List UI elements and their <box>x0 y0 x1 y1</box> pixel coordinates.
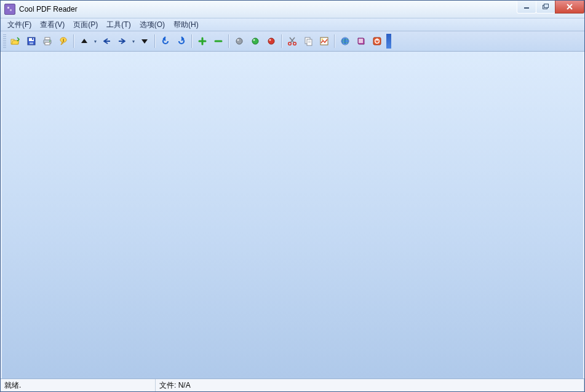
minimize-button[interactable] <box>517 1 536 14</box>
menubar: 文件(F) 查看(V) 页面(P) 工具(T) 选项(O) 帮助(H) <box>1 18 584 31</box>
close-button[interactable] <box>555 1 584 14</box>
save-button[interactable] <box>24 34 39 49</box>
svg-point-23 <box>269 39 271 41</box>
globe-icon <box>340 36 350 46</box>
svg-rect-2 <box>10 9 12 11</box>
menu-options[interactable]: 选项(O) <box>135 18 169 31</box>
cut-button[interactable] <box>285 34 300 49</box>
window-controls <box>517 1 584 14</box>
red-dot-button[interactable] <box>264 34 279 49</box>
separator <box>154 34 156 48</box>
svg-rect-14 <box>45 42 50 45</box>
svg-point-22 <box>268 38 274 44</box>
status-file-label: 文件: <box>159 380 176 391</box>
svg-point-25 <box>293 42 296 45</box>
maximize-button[interactable] <box>536 1 555 14</box>
next-page-button[interactable] <box>115 34 130 49</box>
menu-file[interactable]: 文件(F) <box>3 18 36 31</box>
undo-rotate-left-icon <box>161 36 170 46</box>
app-window: Cool PDF Reader 文件(F) 查看(V) 页面(P) 工具(T) … <box>0 0 585 392</box>
redo-rotate-right-icon <box>177 36 186 46</box>
power-icon <box>372 36 382 46</box>
svg-rect-12 <box>45 37 50 40</box>
rotate-right-button[interactable] <box>174 34 189 49</box>
printer-icon <box>42 36 52 46</box>
status-ready: 就绪. <box>1 379 156 391</box>
gray-dot-button[interactable] <box>232 34 247 49</box>
gray-circle-icon <box>235 37 244 45</box>
status-file-value: N/A <box>178 381 191 390</box>
prev-page-button[interactable] <box>99 34 114 49</box>
floppy-save-icon <box>26 36 36 46</box>
book-icon <box>356 36 366 46</box>
web-button[interactable] <box>338 34 352 49</box>
first-page-dropdown[interactable]: ▾ <box>92 39 98 44</box>
open-button[interactable] <box>8 34 23 49</box>
status-file: 文件: N/A <box>156 379 584 391</box>
separator <box>73 34 74 48</box>
minimize-icon <box>523 4 530 10</box>
picture-chart-icon <box>319 36 329 46</box>
svg-rect-5 <box>544 4 548 8</box>
rotate-left-button[interactable] <box>158 34 173 49</box>
svg-point-15 <box>49 41 50 42</box>
minus-icon <box>213 36 223 46</box>
menu-view[interactable]: 查看(V) <box>36 18 69 31</box>
image-button[interactable] <box>317 34 332 49</box>
separator <box>281 34 282 48</box>
menu-help[interactable]: 帮助(H) <box>169 18 203 31</box>
svg-rect-1 <box>7 7 9 9</box>
green-dot-button[interactable] <box>248 34 263 49</box>
scissors-icon <box>287 36 297 46</box>
arrow-down-last-icon <box>140 37 149 45</box>
svg-point-24 <box>289 42 292 45</box>
info-button[interactable]: i <box>56 34 71 49</box>
separator <box>334 34 335 48</box>
toolbar-end-grip[interactable] <box>386 34 391 49</box>
svg-text:i: i <box>63 37 64 43</box>
document-area <box>1 52 584 378</box>
svg-point-19 <box>237 39 239 41</box>
menu-tools[interactable]: 工具(T) <box>102 18 135 31</box>
first-page-button[interactable] <box>77 34 92 49</box>
folder-open-icon <box>10 36 20 46</box>
copy-button[interactable] <box>301 34 316 49</box>
arrow-left-icon <box>101 37 111 45</box>
toolbar-grip[interactable] <box>3 34 6 48</box>
svg-rect-11 <box>32 38 33 40</box>
menu-page[interactable]: 页面(P) <box>69 18 102 31</box>
toolbar: i ▾ ▾ <box>1 31 584 52</box>
arrow-right-icon <box>117 37 127 45</box>
separator <box>228 34 229 48</box>
last-page-button[interactable] <box>137 34 152 49</box>
statusbar: 就绪. 文件: N/A <box>1 378 584 391</box>
close-icon <box>566 4 573 10</box>
titlebar: Cool PDF Reader <box>1 1 584 18</box>
green-circle-icon <box>251 37 260 45</box>
arrow-up-first-icon <box>80 37 89 45</box>
zoom-in-button[interactable] <box>195 34 210 49</box>
zoom-out-button[interactable] <box>211 34 226 49</box>
svg-point-21 <box>253 39 255 41</box>
book-button[interactable] <box>354 34 368 49</box>
svg-rect-10 <box>30 42 33 44</box>
maximize-icon <box>543 4 549 10</box>
red-circle-icon <box>267 37 276 45</box>
svg-rect-35 <box>359 39 363 43</box>
next-page-dropdown[interactable]: ▾ <box>130 39 137 44</box>
print-button[interactable] <box>40 34 55 49</box>
app-icon <box>4 4 15 15</box>
plus-icon <box>197 36 207 46</box>
svg-point-31 <box>322 39 324 41</box>
svg-point-18 <box>236 38 242 44</box>
separator <box>191 34 193 48</box>
window-title: Cool PDF Reader <box>19 5 78 14</box>
info-icon: i <box>58 36 68 46</box>
svg-point-20 <box>252 38 258 44</box>
copy-pages-icon <box>303 36 313 46</box>
power-button[interactable] <box>370 34 384 49</box>
